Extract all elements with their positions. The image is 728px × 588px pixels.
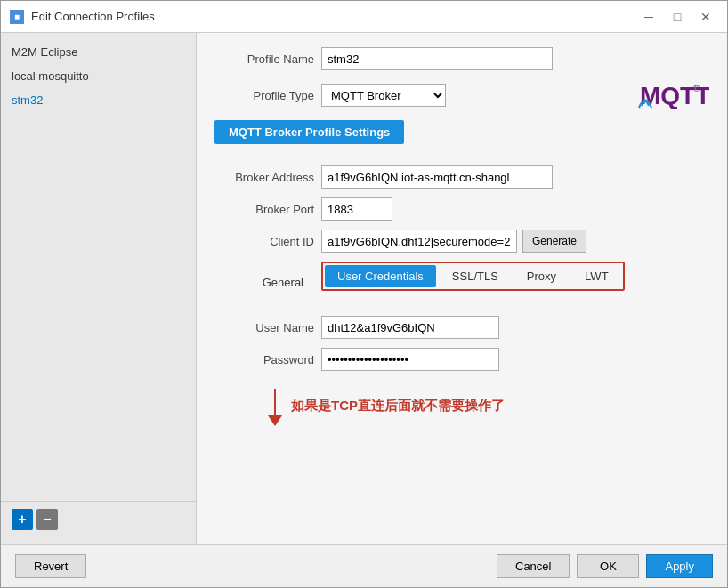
- arrow-line: [274, 389, 276, 415]
- broker-port-input[interactable]: [321, 197, 392, 221]
- profile-type-label: Profile Type: [214, 89, 321, 102]
- title-bar: ■ Edit Connection Profiles ─ □ ✕: [1, 1, 727, 33]
- profile-type-row: Profile Type MQTT Broker MQTT Client MQT…: [214, 79, 709, 111]
- broker-port-row: Broker Port: [214, 197, 709, 221]
- username-input[interactable]: [321, 316, 499, 339]
- broker-address-label: Broker Address: [214, 171, 321, 184]
- username-label: User Name: [214, 321, 321, 334]
- sidebar: M2M Eclipse local mosquitto stm32 + −: [1, 33, 197, 544]
- ok-button[interactable]: OK: [577, 554, 639, 578]
- profile-type-select-row: MQTT Broker MQTT Client: [321, 84, 446, 107]
- general-spacer: General: [214, 276, 321, 289]
- password-input[interactable]: [321, 348, 499, 371]
- profile-name-label: Profile Name: [214, 52, 321, 66]
- svg-text:®: ®: [693, 84, 700, 93]
- profile-name-row: Profile Name: [214, 47, 709, 70]
- profile-name-input[interactable]: [321, 47, 553, 70]
- sidebar-footer: + −: [1, 501, 196, 537]
- annotation-area: 如果是TCP直连后面就不需要操作了: [268, 398, 709, 426]
- window-title: Edit Connection Profiles: [31, 10, 155, 23]
- client-id-row: Client ID Generate: [214, 230, 709, 253]
- broker-address-input[interactable]: [321, 165, 553, 189]
- tab-lwt[interactable]: LWT: [572, 265, 620, 287]
- close-button[interactable]: ✕: [693, 7, 718, 27]
- generate-button[interactable]: Generate: [522, 230, 586, 253]
- tabs-container: User Credentials SSL/TLS Proxy LWT: [321, 262, 625, 291]
- title-bar-controls: ─ □ ✕: [636, 7, 718, 27]
- arrow-head: [268, 415, 282, 426]
- tab-proxy[interactable]: Proxy: [514, 265, 569, 287]
- password-row: Password: [214, 348, 709, 371]
- broker-port-label: Broker Port: [214, 203, 321, 216]
- cancel-button[interactable]: Cancel: [497, 554, 570, 578]
- main-content: M2M Eclipse local mosquitto stm32 + − Pr…: [1, 33, 727, 544]
- minimize-button[interactable]: ─: [636, 7, 661, 27]
- section-header: MQTT Broker Profile Settings: [214, 120, 404, 144]
- section-header-container: MQTT Broker Profile Settings: [214, 120, 709, 155]
- profile-type-select[interactable]: MQTT Broker MQTT Client: [321, 84, 446, 107]
- sidebar-spacer: [1, 112, 196, 501]
- tab-user-credentials[interactable]: User Credentials: [325, 265, 436, 287]
- client-id-input[interactable]: [321, 230, 517, 253]
- apply-button[interactable]: Apply: [646, 554, 713, 578]
- tab-ssl-tls[interactable]: SSL/TLS: [440, 265, 511, 287]
- content-area: Profile Name Profile Type MQTT Broker MQ…: [197, 33, 727, 544]
- client-id-label: Client ID: [214, 235, 321, 248]
- annotation-text: 如果是TCP直连后面就不需要操作了: [291, 398, 505, 415]
- sidebar-item-stm32[interactable]: stm32: [1, 88, 196, 112]
- maximize-button[interactable]: □: [665, 7, 690, 27]
- window-icon: ■: [10, 10, 24, 24]
- broker-address-row: Broker Address: [214, 165, 709, 189]
- title-bar-left: ■ Edit Connection Profiles: [10, 10, 155, 24]
- main-window: ■ Edit Connection Profiles ─ □ ✕ M2M Ecl…: [0, 0, 728, 588]
- revert-button[interactable]: Revert: [15, 554, 86, 578]
- add-profile-button[interactable]: +: [12, 509, 33, 530]
- password-label: Password: [214, 353, 321, 366]
- sidebar-item-local-mosquitto[interactable]: local mosquitto: [1, 64, 196, 88]
- tabs-form-row: General User Credentials SSL/TLS Proxy L…: [214, 262, 709, 303]
- username-row: User Name: [214, 316, 709, 339]
- mqtt-logo-area: MQTT ®: [638, 79, 709, 111]
- mqtt-logo-icon: MQTT ®: [638, 79, 709, 111]
- sidebar-item-m2m-eclipse[interactable]: M2M Eclipse: [1, 40, 196, 64]
- bottom-bar: Revert Cancel OK Apply: [1, 544, 727, 587]
- remove-profile-button[interactable]: −: [36, 509, 58, 530]
- arrow-container: [268, 389, 282, 426]
- general-tab-label: General: [257, 271, 309, 294]
